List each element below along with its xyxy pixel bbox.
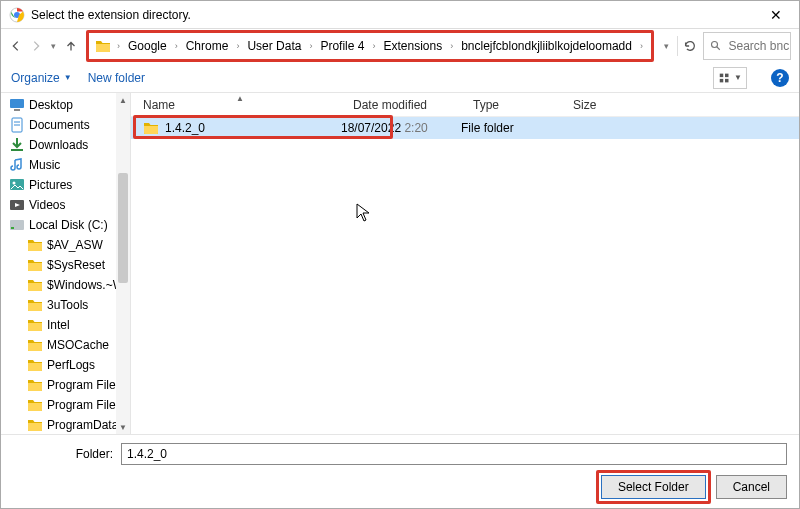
- folder-icon: [27, 377, 43, 393]
- column-date[interactable]: Date modified: [341, 98, 461, 112]
- folder-label: Folder:: [13, 447, 113, 461]
- tree-item-label: Program Files: [47, 378, 122, 392]
- disk-icon: [9, 217, 25, 233]
- tree-item[interactable]: Program Files (: [1, 395, 130, 415]
- tree-item-label: ProgramData: [47, 418, 118, 432]
- tree-item[interactable]: Downloads: [1, 135, 130, 155]
- breadcrumb[interactable]: › Google› Chrome› User Data› Profile 4› …: [88, 32, 652, 60]
- folder-icon: [27, 277, 43, 293]
- history-dropdown[interactable]: ▾: [49, 41, 58, 51]
- up-button[interactable]: [64, 35, 78, 57]
- help-button[interactable]: ?: [771, 69, 789, 87]
- documents-icon: [9, 117, 25, 133]
- tree-scrollbar[interactable]: ▲ ▼: [116, 93, 130, 434]
- tree-item[interactable]: Local Disk (C:): [1, 215, 130, 235]
- list-header: ▲Name Date modified Type Size: [131, 93, 799, 117]
- tree-item[interactable]: Documents: [1, 115, 130, 135]
- tree-item[interactable]: ProgramData: [1, 415, 130, 434]
- organize-menu[interactable]: Organize▼: [11, 71, 72, 85]
- pictures-icon: [9, 177, 25, 193]
- tree-item-label: Local Disk (C:): [29, 218, 108, 232]
- tree-item-label: Music: [29, 158, 60, 172]
- titlebar: Select the extension directory. ✕: [1, 1, 799, 29]
- music-icon: [9, 157, 25, 173]
- tree-item-label: Documents: [29, 118, 90, 132]
- cancel-button[interactable]: Cancel: [716, 475, 787, 499]
- folder-name-input[interactable]: [121, 443, 787, 465]
- folder-icon: [27, 317, 43, 333]
- main-area: DesktopDocumentsDownloadsMusicPicturesVi…: [1, 93, 799, 434]
- column-name[interactable]: ▲Name: [131, 98, 341, 112]
- navbar: ▾ › Google› Chrome› User Data› Profile 4…: [1, 29, 799, 63]
- search-input[interactable]: Search bnclejfcblondkjliiblk...: [703, 32, 791, 60]
- tree-item[interactable]: $Windows.~W: [1, 275, 130, 295]
- scroll-up-button[interactable]: ▲: [116, 93, 130, 107]
- window-title: Select the extension directory.: [31, 8, 761, 22]
- chrome-icon: [9, 7, 25, 23]
- breadcrumb-seg[interactable]: Profile 4: [318, 39, 366, 53]
- folder-icon: [27, 397, 43, 413]
- breadcrumb-seg[interactable]: Google: [126, 39, 169, 53]
- tree-item-label: Videos: [29, 198, 65, 212]
- tree-item[interactable]: MSOCache: [1, 335, 130, 355]
- view-options-button[interactable]: ▼: [713, 67, 747, 89]
- tree-item[interactable]: $AV_ASW: [1, 235, 130, 255]
- dialog-footer: Folder: Select Folder Cancel: [1, 434, 799, 508]
- desktop-icon: [9, 97, 25, 113]
- folder-icon: [27, 257, 43, 273]
- forward-button[interactable]: [29, 35, 43, 57]
- select-folder-button[interactable]: Select Folder: [601, 475, 706, 499]
- row-date: 18/07/2022 2:20: [341, 121, 461, 135]
- folder-icon: [95, 38, 111, 54]
- tree-item-label: 3uTools: [47, 298, 88, 312]
- breadcrumb-seg[interactable]: User Data: [245, 39, 303, 53]
- scroll-thumb[interactable]: [118, 173, 128, 283]
- search-icon: [710, 40, 722, 52]
- tree-item-label: $Windows.~W: [47, 278, 124, 292]
- folder-tree[interactable]: DesktopDocumentsDownloadsMusicPicturesVi…: [1, 93, 131, 434]
- folder-icon: [27, 297, 43, 313]
- cursor-icon: [356, 203, 372, 228]
- tree-item-label: Intel: [47, 318, 70, 332]
- sort-indicator-icon: ▲: [236, 94, 244, 103]
- tree-item[interactable]: Music: [1, 155, 130, 175]
- refresh-button[interactable]: [683, 35, 697, 57]
- tree-item-label: Pictures: [29, 178, 72, 192]
- breadcrumb-seg[interactable]: bnclejfcblondkjliiblkojdeloomadd: [459, 39, 634, 53]
- tree-item[interactable]: Desktop: [1, 95, 130, 115]
- tree-item[interactable]: 3uTools: [1, 295, 130, 315]
- column-type[interactable]: Type: [461, 98, 561, 112]
- row-name: 1.4.2_0: [165, 121, 341, 135]
- column-size[interactable]: Size: [561, 98, 621, 112]
- tree-item-label: Desktop: [29, 98, 73, 112]
- folder-icon: [27, 417, 43, 433]
- tree-item[interactable]: PerfLogs: [1, 355, 130, 375]
- downloads-icon: [9, 137, 25, 153]
- command-bar: Organize▼ New folder ▼ ?: [1, 63, 799, 93]
- tree-item[interactable]: $SysReset: [1, 255, 130, 275]
- tree-item-label: PerfLogs: [47, 358, 95, 372]
- folder-icon: [27, 357, 43, 373]
- back-button[interactable]: [9, 35, 23, 57]
- folder-icon: [27, 337, 43, 353]
- tree-item[interactable]: Pictures: [1, 175, 130, 195]
- breadcrumb-seg[interactable]: Extensions: [381, 39, 444, 53]
- tree-item[interactable]: Program Files: [1, 375, 130, 395]
- row-type: File folder: [461, 121, 561, 135]
- tree-item-label: Downloads: [29, 138, 88, 152]
- tree-item-label: $AV_ASW: [47, 238, 103, 252]
- tree-item-label: $SysReset: [47, 258, 105, 272]
- videos-icon: [9, 197, 25, 213]
- breadcrumb-dropdown[interactable]: ▾: [662, 41, 671, 51]
- breadcrumb-seg[interactable]: Chrome: [184, 39, 231, 53]
- new-folder-button[interactable]: New folder: [88, 71, 145, 85]
- tree-item-label: MSOCache: [47, 338, 109, 352]
- list-row[interactable]: 1.4.2_0 18/07/2022 2:20 File folder: [131, 117, 799, 139]
- tree-item[interactable]: Videos: [1, 195, 130, 215]
- file-list: ▲Name Date modified Type Size 1.4.2_0 18…: [131, 93, 799, 434]
- folder-icon: [27, 237, 43, 253]
- tree-item[interactable]: Intel: [1, 315, 130, 335]
- folder-icon: [143, 120, 159, 136]
- close-button[interactable]: ✕: [761, 7, 791, 23]
- scroll-down-button[interactable]: ▼: [116, 420, 130, 434]
